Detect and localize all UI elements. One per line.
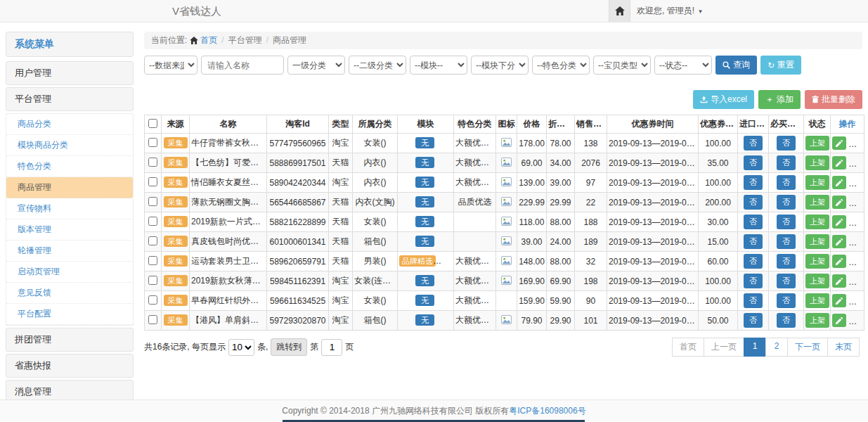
filter-select[interactable]: --宝贝类型-- (593, 56, 651, 75)
select-all-checkbox[interactable] (148, 119, 157, 128)
column-header[interactable]: 状态 (804, 115, 831, 134)
row-checkbox[interactable] (148, 315, 157, 324)
delete-button[interactable] (848, 156, 862, 170)
must-buy-toggle[interactable]: 否 (777, 195, 796, 210)
row-checkbox[interactable] (148, 236, 157, 245)
column-header[interactable]: 模块 (398, 115, 454, 134)
column-header[interactable]: 销售数量 (575, 115, 607, 134)
row-checkbox[interactable] (148, 217, 157, 226)
edit-button[interactable] (832, 274, 846, 288)
page-link[interactable]: 首页 (672, 338, 704, 357)
status-toggle[interactable]: 上架 (805, 136, 829, 151)
sidebar-submenu-item[interactable]: 宣传物料 (6, 198, 133, 219)
sidebar-submenu-item[interactable]: 版本管理 (6, 219, 133, 241)
status-toggle[interactable]: 上架 (805, 293, 829, 308)
status-toggle[interactable]: 上架 (805, 313, 829, 328)
delete-button[interactable] (848, 294, 862, 307)
status-toggle[interactable]: 上架 (805, 175, 829, 190)
import-select-toggle[interactable]: 否 (744, 293, 763, 308)
sidebar-group-header[interactable]: 拼团管理 (6, 328, 134, 352)
page-link[interactable]: 1 (744, 338, 766, 357)
sidebar-submenu-item[interactable]: 启动页管理 (6, 262, 133, 283)
status-toggle[interactable]: 上架 (805, 155, 829, 170)
column-header[interactable]: 必买清单 (769, 115, 804, 134)
product-image-icon[interactable] (501, 236, 512, 245)
product-image-icon[interactable] (501, 177, 512, 186)
filter-select[interactable]: 一级分类 (287, 56, 345, 75)
status-toggle[interactable]: 上架 (805, 234, 829, 249)
must-buy-toggle[interactable]: 否 (777, 234, 796, 249)
sidebar-submenu-item[interactable]: 意见反馈 (6, 283, 133, 304)
must-buy-toggle[interactable]: 否 (777, 215, 796, 229)
row-checkbox[interactable] (148, 138, 157, 147)
row-checkbox[interactable] (148, 197, 157, 206)
must-buy-toggle[interactable]: 否 (777, 254, 796, 269)
must-buy-toggle[interactable]: 否 (777, 175, 796, 190)
import-excel-button[interactable]: 导入excel (693, 90, 754, 109)
row-checkbox[interactable] (148, 256, 157, 265)
edit-button[interactable] (832, 156, 846, 170)
column-header[interactable]: 操作 (831, 115, 864, 134)
import-select-toggle[interactable]: 否 (744, 195, 763, 210)
row-checkbox[interactable] (148, 276, 157, 285)
column-header[interactable]: 所属分类 (353, 115, 398, 134)
column-header[interactable]: 图标 (496, 115, 517, 134)
column-header[interactable]: 来源 (162, 115, 190, 134)
import-select-toggle[interactable]: 否 (744, 234, 763, 249)
delete-button[interactable] (848, 136, 862, 150)
sidebar-submenu-item[interactable]: 轮播管理 (6, 241, 133, 262)
column-header[interactable]: 名称 (190, 115, 267, 134)
column-header[interactable]: 优惠券时间 (607, 115, 699, 134)
delete-button[interactable] (848, 255, 862, 268)
row-checkbox[interactable] (148, 177, 157, 186)
column-header[interactable]: 优惠券金额 (699, 115, 738, 134)
column-header[interactable]: 特色分类 (454, 115, 496, 134)
page-number-input[interactable] (321, 339, 342, 356)
edit-button[interactable] (832, 294, 846, 307)
sidebar-group-header[interactable]: 省惠快报 (6, 354, 134, 378)
edit-button[interactable] (832, 136, 846, 150)
page-link[interactable]: 末页 (827, 338, 860, 357)
edit-button[interactable] (832, 314, 846, 327)
product-image-icon[interactable] (501, 217, 512, 226)
must-buy-toggle[interactable]: 否 (777, 313, 796, 328)
status-toggle[interactable]: 上架 (805, 254, 829, 269)
import-select-toggle[interactable]: 否 (744, 215, 763, 229)
filter-select[interactable]: --二级分类-- (349, 56, 406, 75)
filter-select[interactable]: --模块下分类-- (471, 56, 529, 75)
delete-button[interactable] (848, 215, 862, 229)
product-image-icon[interactable] (501, 197, 512, 206)
edit-button[interactable] (832, 176, 846, 189)
column-header[interactable]: 进口优选 (738, 115, 769, 134)
row-checkbox[interactable] (148, 158, 157, 167)
source-select[interactable]: --数据来源-- (144, 56, 197, 75)
jump-button[interactable]: 跳转到 (271, 338, 307, 356)
sidebar-submenu-item[interactable]: 模块商品分类 (6, 135, 133, 156)
must-buy-toggle[interactable]: 否 (777, 155, 796, 170)
user-menu[interactable]: 欢迎您, 管理员! ▾ (637, 0, 702, 23)
column-header[interactable]: 类型 (329, 115, 353, 134)
filter-select[interactable]: --模块-- (410, 56, 467, 75)
name-search-input[interactable] (201, 56, 284, 75)
must-buy-toggle[interactable]: 否 (777, 136, 796, 151)
per-page-select[interactable]: 10 (228, 339, 254, 356)
must-buy-toggle[interactable]: 否 (777, 274, 796, 288)
batch-delete-button[interactable]: 批量删除 (805, 90, 862, 109)
delete-button[interactable] (848, 196, 862, 209)
product-image-icon[interactable] (501, 276, 512, 285)
icp-link[interactable]: 粤ICP备16098006号 (509, 406, 585, 416)
sidebar-group-header[interactable]: 平台管理 (6, 87, 134, 111)
status-toggle[interactable]: 上架 (805, 274, 829, 288)
delete-button[interactable] (848, 235, 862, 248)
page-link[interactable]: 2 (765, 338, 788, 357)
product-image-icon[interactable] (501, 256, 512, 265)
column-header[interactable]: 价格 (517, 115, 547, 134)
home-button[interactable] (609, 0, 630, 22)
import-select-toggle[interactable]: 否 (744, 136, 763, 151)
delete-button[interactable] (848, 314, 862, 327)
filter-select[interactable]: --状态-- (654, 56, 712, 75)
import-select-toggle[interactable]: 否 (744, 313, 763, 328)
edit-button[interactable] (832, 255, 846, 268)
page-link[interactable]: 上一页 (704, 338, 744, 357)
search-button[interactable]: 查询 (715, 56, 757, 75)
